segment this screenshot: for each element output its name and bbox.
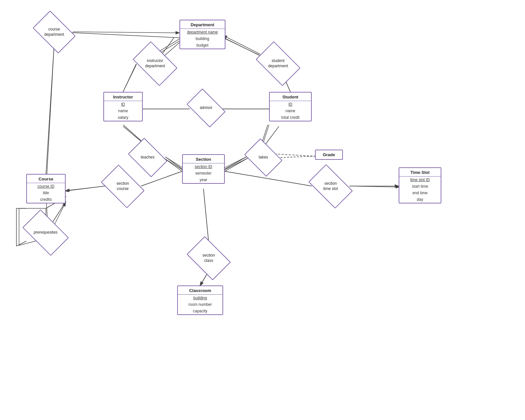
timeslot-attr-end: end time <box>399 190 441 196</box>
student-title: Student <box>270 93 311 101</box>
prerequesites-diamond: prerequesites <box>26 220 66 245</box>
course-entity: Course course ID title credits <box>26 174 66 203</box>
timeslot-attr-day: day <box>399 196 441 203</box>
student-attr-id: ID <box>270 101 311 108</box>
department-title: Department <box>180 20 225 29</box>
classroom-attr-capacity: capacity <box>178 308 222 314</box>
instructor-attr-id: ID <box>104 101 142 108</box>
svg-line-31 <box>73 32 179 33</box>
section-class-label: sectionclass <box>202 253 215 263</box>
student-attr-credit: total credit <box>270 114 311 121</box>
student-attr-name: name <box>270 108 311 114</box>
classroom-title: Classroom <box>178 286 222 294</box>
svg-line-14 <box>223 157 246 170</box>
course-attr-id: course ID <box>27 183 65 190</box>
instructor-attr-salary: salary <box>104 114 142 121</box>
section-timeslot-label: sectiontime slot <box>323 181 338 191</box>
section-entity: Section section ID semester year <box>182 154 225 184</box>
svg-line-3 <box>123 64 136 92</box>
svg-line-47 <box>224 158 248 170</box>
instructor-attr-name: name <box>104 108 142 114</box>
classroom-attr-room: room number <box>178 301 222 308</box>
course-title: Course <box>27 175 65 183</box>
instructor-title: Instructor <box>104 93 142 101</box>
timeslot-title: Time Slot <box>399 168 441 176</box>
svg-line-17 <box>66 186 105 191</box>
svg-line-13 <box>225 158 248 171</box>
section-attr-semester: semester <box>183 170 224 177</box>
svg-line-11 <box>165 157 183 170</box>
course-attr-title: title <box>27 190 65 196</box>
takes-diamond: takes <box>248 146 279 169</box>
svg-line-19 <box>349 186 399 187</box>
svg-line-36 <box>223 35 260 54</box>
takes-label: takes <box>259 155 268 160</box>
svg-line-37 <box>222 37 259 55</box>
department-attr-name: department name <box>180 29 225 35</box>
svg-line-48 <box>223 157 246 169</box>
course-attr-credits: credits <box>27 196 65 203</box>
classroom-attr-building: building <box>178 295 222 301</box>
instructor-entity: Instructor ID name salary <box>103 92 143 121</box>
department-entity: Department department name building budg… <box>179 20 225 49</box>
section-title: Section <box>183 155 224 163</box>
svg-line-1 <box>46 44 54 191</box>
timeslot-entity: Time Slot time slot ID start time end ti… <box>399 167 441 203</box>
prerequesites-label: prerequesites <box>34 230 58 235</box>
instructor-department-diamond: instructordepartment <box>136 51 174 76</box>
advisor-diamond: advisor <box>190 97 222 119</box>
course-department-label: coursedepartment <box>44 27 64 37</box>
er-diagram: Department department name building budg… <box>0 0 525 420</box>
grade-entity: Grade <box>315 150 343 160</box>
department-attr-budget: budget <box>180 42 225 49</box>
section-course-label: sectioncourse <box>116 181 129 191</box>
grade-label: Grade <box>323 152 335 157</box>
instructor-department-label: instructordepartment <box>145 58 165 69</box>
section-course-diamond: sectioncourse <box>104 174 141 199</box>
teaches-label: teaches <box>141 155 155 160</box>
section-timeslot-diamond: sectiontime slot <box>312 174 349 199</box>
svg-line-32 <box>46 44 54 174</box>
svg-line-51 <box>66 186 105 191</box>
timeslot-attr-start: start time <box>399 183 441 190</box>
student-department-label: studentdepartment <box>268 58 288 69</box>
section-class-diamond: sectionclass <box>190 245 227 271</box>
svg-line-28 <box>16 241 26 246</box>
advisor-label: advisor <box>200 105 213 111</box>
section-attr-year: year <box>183 177 224 183</box>
timeslot-attr-id: time slot ID <box>399 177 441 183</box>
svg-line-35 <box>123 64 136 92</box>
teaches-diamond: teaches <box>131 146 164 169</box>
svg-line-43 <box>164 158 183 170</box>
student-entity: Student ID name total credit <box>269 92 312 121</box>
department-attr-building: building <box>180 35 225 42</box>
student-department-diamond: studentdepartment <box>259 51 297 76</box>
section-attr-id: section ID <box>183 163 224 170</box>
classroom-entity: Classroom building room number capacity <box>177 285 223 315</box>
course-department-diamond: coursedepartment <box>36 20 72 44</box>
svg-line-44 <box>165 157 184 169</box>
